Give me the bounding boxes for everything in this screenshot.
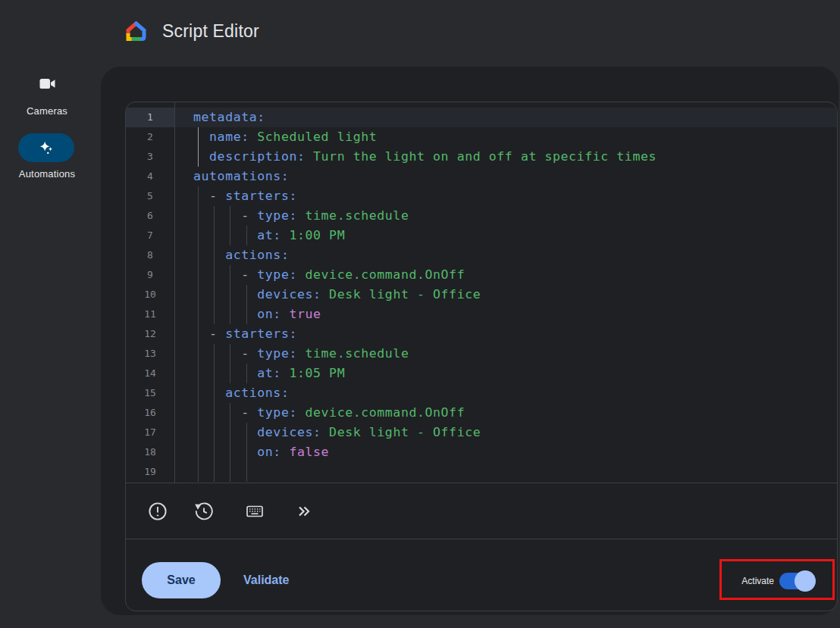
line-number: 8 <box>126 245 174 265</box>
indent-guide <box>246 226 247 245</box>
indent-guide <box>230 344 230 364</box>
code-text: - type: device.command.OnOff <box>174 265 465 285</box>
indent-guide <box>198 305 199 324</box>
gutter-divider <box>174 102 175 483</box>
indent-guide <box>198 423 199 442</box>
camera-icon[interactable] <box>39 78 55 89</box>
indent-guide <box>198 285 199 305</box>
indent-guide <box>246 305 247 324</box>
indent-guide <box>246 285 247 305</box>
line-number: 4 <box>126 167 174 186</box>
indent-guide <box>198 364 199 383</box>
indent-guide <box>214 226 215 245</box>
line-number: 19 <box>126 462 174 482</box>
indent-guide <box>246 442 247 462</box>
indent-guide <box>198 226 199 245</box>
indent-guide <box>214 403 215 423</box>
code-line[interactable]: 6 - type: time.schedule <box>126 206 837 226</box>
page-title: Script Editor <box>162 21 259 42</box>
sidebar-item-automations[interactable] <box>18 133 74 162</box>
indent-guide <box>198 206 199 226</box>
indent-guide <box>230 403 230 423</box>
validate-button[interactable]: Validate <box>243 573 289 587</box>
line-number: 11 <box>126 305 174 324</box>
code-text: devices: Desk light - Office <box>174 423 481 442</box>
line-number: 18 <box>126 442 174 462</box>
indent-guide <box>246 462 247 482</box>
code-line[interactable]: 19 <box>126 462 837 482</box>
code-line[interactable]: 12 - starters: <box>126 324 837 344</box>
indent-guide <box>198 462 199 482</box>
code-line[interactable]: 3 description: Turn the light on and off… <box>126 147 837 167</box>
code-text: on: true <box>174 305 321 324</box>
indent-guide <box>198 442 199 462</box>
google-home-logo <box>124 20 149 44</box>
line-number: 10 <box>126 285 174 305</box>
indent-guide <box>230 442 230 462</box>
code-text: at: 1:00 PM <box>174 226 345 245</box>
editor-toolbar <box>126 483 837 539</box>
double-chevron-icon[interactable] <box>293 501 313 521</box>
code-line[interactable]: 8 actions: <box>126 245 837 265</box>
code-line[interactable]: 4automations: <box>126 167 837 186</box>
code-text: automations: <box>174 167 289 186</box>
indent-guide <box>214 206 215 226</box>
indent-guide <box>198 324 199 344</box>
line-number: 12 <box>126 324 174 344</box>
indent-guide <box>214 305 215 324</box>
indent-guide <box>198 127 199 147</box>
code-line[interactable]: 17 devices: Desk light - Office <box>126 423 837 442</box>
indent-guide <box>198 344 199 364</box>
history-icon[interactable] <box>194 501 214 521</box>
line-number: 3 <box>126 147 174 167</box>
code-text: - starters: <box>174 324 297 344</box>
code-line[interactable]: 5 - starters: <box>126 186 837 206</box>
code-line[interactable]: 1metadata: <box>126 108 837 127</box>
line-number: 5 <box>126 186 174 206</box>
code-line[interactable]: 2 name: Scheduled light <box>126 127 837 147</box>
save-button[interactable]: Save <box>142 562 221 598</box>
line-number: 2 <box>126 127 174 147</box>
indent-guide <box>198 403 199 423</box>
indent-guide <box>214 462 215 482</box>
keyboard-icon[interactable] <box>245 501 265 521</box>
line-number: 9 <box>126 265 174 285</box>
indent-guide <box>214 423 215 442</box>
code-line[interactable]: 10 devices: Desk light - Office <box>126 285 837 305</box>
code-line[interactable]: 14 at: 1:05 PM <box>126 364 837 383</box>
indent-guide <box>214 245 215 265</box>
indent-guide <box>214 364 215 383</box>
indent-guide <box>246 423 247 442</box>
alert-icon[interactable] <box>148 501 168 521</box>
indent-guide <box>230 265 230 285</box>
indent-guide <box>230 423 230 442</box>
code-line[interactable]: 9 - type: device.command.OnOff <box>126 265 837 285</box>
indent-guide <box>198 383 199 403</box>
indent-guide <box>198 265 199 285</box>
indent-guide <box>230 364 230 383</box>
indent-guide <box>214 265 215 285</box>
code-editor[interactable]: 1metadata:2 name: Scheduled light3 descr… <box>126 102 837 483</box>
line-number: 14 <box>126 364 174 383</box>
code-text: actions: <box>174 245 289 265</box>
indent-guide <box>214 344 215 364</box>
code-text: - type: time.schedule <box>174 344 409 364</box>
code-line[interactable]: 7 at: 1:00 PM <box>126 226 837 245</box>
editor-card: 1metadata:2 name: Scheduled light3 descr… <box>101 67 838 615</box>
code-text: name: Scheduled light <box>174 127 377 147</box>
code-text <box>174 462 193 482</box>
code-text: actions: <box>174 383 289 403</box>
line-number: 1 <box>126 108 174 127</box>
code-line[interactable]: 16 - type: device.command.OnOff <box>126 403 837 423</box>
code-line[interactable]: 18 on: false <box>126 442 837 462</box>
code-line[interactable]: 13 - type: time.schedule <box>126 344 837 364</box>
indent-guide <box>214 285 215 305</box>
code-line[interactable]: 15 actions: <box>126 383 837 403</box>
indent-guide <box>246 364 247 383</box>
code-text: at: 1:05 PM <box>174 364 345 383</box>
code-line[interactable]: 11 on: true <box>126 305 837 324</box>
line-number: 17 <box>126 423 174 442</box>
indent-guide <box>198 245 199 265</box>
sidebar-item-cameras[interactable]: Cameras <box>0 105 94 117</box>
code-text: metadata: <box>174 108 265 127</box>
